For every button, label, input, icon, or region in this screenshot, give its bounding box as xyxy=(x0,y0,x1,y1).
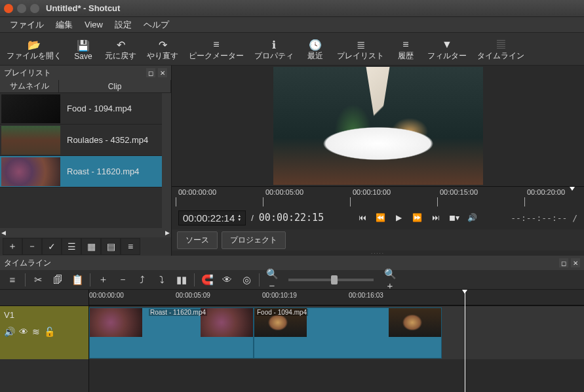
playlist-iconview-button[interactable]: ▤ xyxy=(101,238,121,255)
player-playhead-icon[interactable] xyxy=(570,187,575,192)
duration-slash: / xyxy=(251,213,254,223)
open-file-button[interactable]: 📂ファイルを開く xyxy=(1,37,67,63)
undo-button-icon: ↶ xyxy=(117,39,125,50)
recent-button[interactable]: 🕓最近 xyxy=(299,37,332,63)
window-close-button[interactable] xyxy=(4,4,13,13)
cut-button[interactable]: ✂ xyxy=(29,272,47,288)
redo-button-label: やり直す xyxy=(147,50,178,62)
playlist-row[interactable]: Food - 1094.mp4 xyxy=(0,93,171,125)
zoom-out-button[interactable]: 🔍− xyxy=(263,272,281,288)
scroll-left-icon[interactable]: ◀ xyxy=(1,229,6,236)
playlist-tilesview-button[interactable]: ▦ xyxy=(81,238,101,255)
playlist-listview-button[interactable]: ☰ xyxy=(62,238,81,255)
remove-button[interactable]: － xyxy=(114,272,131,288)
splitter-grip-icon[interactable]: ∙∙∙∙∙ xyxy=(172,250,584,256)
menu-settings[interactable]: 設定 xyxy=(109,19,138,31)
timeline-clip[interactable]: Roast - 11620.mp4 xyxy=(89,307,254,359)
playlist-add-button[interactable]: ＋ xyxy=(3,238,22,255)
menu-edit[interactable]: 編集 xyxy=(50,19,79,31)
playlist-row[interactable]: Roulades - 4352.mp4 xyxy=(0,125,171,156)
project-tab[interactable]: プロジェクト xyxy=(222,231,286,249)
timeline-content[interactable]: 00:00:00:0000:00:05:0900:00:10:1900:00:1… xyxy=(89,290,584,392)
playlist-clip-name: Roulades - 4352.mp4 xyxy=(62,135,153,145)
scroll-right-icon[interactable]: ▶ xyxy=(165,229,170,236)
zoom-slider-thumb[interactable] xyxy=(331,275,338,284)
properties-button[interactable]: ℹプロパティ xyxy=(249,37,299,63)
playlist-hscrollbar[interactable]: ◀ ▶ xyxy=(0,228,171,237)
track-lock-icon[interactable]: 🔓 xyxy=(44,326,55,337)
timeline-header: タイムライン ◻ ✕ xyxy=(0,256,584,270)
timeline-ruler[interactable]: 00:00:00:0000:00:05:0900:00:10:1900:00:1… xyxy=(89,290,584,305)
track-composite-icon[interactable]: ≋ xyxy=(32,326,40,337)
track-v1-header[interactable]: V1 🔊 👁 ≋ 🔓 xyxy=(0,305,88,359)
overwrite-button[interactable]: ⤵ xyxy=(153,272,170,288)
redo-button[interactable]: ↷やり直す xyxy=(142,37,184,63)
playlist-remove-button[interactable]: － xyxy=(22,238,42,255)
zoom-in-button[interactable]: 🔍+ xyxy=(381,272,399,288)
zoom-toggle-button[interactable]: ◼▾ xyxy=(446,210,462,225)
menu-view[interactable]: View xyxy=(79,20,109,29)
clip-label: Food - 1094.mp4 xyxy=(256,309,308,316)
split-button[interactable]: ▮▮ xyxy=(173,272,190,288)
window-maximize-button[interactable] xyxy=(30,4,39,13)
playlist-dock-icon[interactable]: ◻ xyxy=(146,68,155,77)
properties-button-label: プロパティ xyxy=(254,50,294,62)
timeline-menu-button[interactable]: ≡ xyxy=(4,272,21,288)
playlist-update-button[interactable]: ✓ xyxy=(42,238,62,255)
paste-button[interactable]: 📋 xyxy=(69,272,86,288)
track-hide-icon[interactable]: 👁 xyxy=(19,326,28,337)
volume-button[interactable]: 🔊 xyxy=(465,210,480,225)
recent-button-icon: 🕓 xyxy=(309,39,322,50)
timeline-dock-icon[interactable]: ◻ xyxy=(559,258,568,267)
append-button[interactable]: ＋ xyxy=(94,272,111,288)
ripple-button[interactable]: ◎ xyxy=(238,272,255,288)
playlist-vscrollbar[interactable] xyxy=(162,93,171,228)
tc-down-icon[interactable]: ▼ xyxy=(237,218,241,222)
playlist-button-label: プレイリスト xyxy=(337,50,384,62)
playlist-clip-name: Food - 1094.mp4 xyxy=(62,104,137,113)
menu-file[interactable]: ファイル xyxy=(4,19,50,31)
play-button[interactable]: ▶ xyxy=(391,210,407,225)
timeline-playhead[interactable] xyxy=(465,290,465,392)
current-timecode-input[interactable]: 00:00:22:14 ▲▼ xyxy=(178,210,246,225)
window-title: Untitled* - Shotcut xyxy=(46,3,120,13)
undo-button[interactable]: ↶元に戻す xyxy=(100,37,142,63)
peakmeter-button-icon: ≡ xyxy=(213,39,219,50)
ruler-tick: 00:00:10:00 xyxy=(353,188,391,196)
snap-button[interactable]: 🧲 xyxy=(199,272,216,288)
source-tab[interactable]: ソース xyxy=(177,231,218,249)
fastforward-button[interactable]: ⏩ xyxy=(410,210,425,225)
timeline-button[interactable]: 𝄚タイムライン xyxy=(472,37,530,63)
copy-button[interactable]: 🗐 xyxy=(49,272,66,288)
timeline-button-label: タイムライン xyxy=(477,50,524,62)
column-clip-header[interactable]: Clip xyxy=(59,80,171,92)
timeline-close-icon[interactable]: ✕ xyxy=(571,258,580,267)
playlist-row[interactable]: Roast - 11620.mp4 xyxy=(0,156,171,187)
playlist-close-icon[interactable]: ✕ xyxy=(158,68,167,77)
skip-previous-button[interactable]: ⏮ xyxy=(355,210,370,225)
lift-button[interactable]: ⤴ xyxy=(134,272,151,288)
peakmeter-button[interactable]: ≡ピークメーター xyxy=(184,37,249,63)
track-mute-icon[interactable]: 🔊 xyxy=(4,326,15,337)
skip-next-button[interactable]: ⏭ xyxy=(428,210,444,225)
open-file-button-icon: 📂 xyxy=(28,39,41,50)
timeline-clip[interactable]: Food - 1094.mp4 xyxy=(254,307,442,359)
save-button[interactable]: 💾Save xyxy=(67,39,100,62)
playlist-menu-button[interactable]: ≡ xyxy=(121,238,140,255)
track-v1-lane[interactable]: Roast - 11620.mp4 Food - 1094.mp4 xyxy=(89,305,584,359)
history-button[interactable]: ≡履歴 xyxy=(389,37,422,63)
filters-button[interactable]: ▼フィルター xyxy=(422,37,472,63)
player-ruler[interactable]: 00:00:00:0000:00:05:0000:00:10:0000:00:1… xyxy=(172,186,584,206)
window-minimize-button[interactable] xyxy=(17,4,26,13)
rewind-button[interactable]: ⏪ xyxy=(373,210,389,225)
timeline-tick: 00:00:00:00 xyxy=(89,292,124,299)
playlist-button[interactable]: ≣プレイリスト xyxy=(332,37,389,63)
column-thumb-header[interactable]: サムネイル xyxy=(0,80,59,92)
preview-viewport[interactable] xyxy=(172,66,584,186)
zoom-slider[interactable] xyxy=(288,279,374,281)
scrub-button[interactable]: 👁 xyxy=(218,272,235,288)
playlist-panel: プレイリスト ◻ ✕ サムネイル Clip Food - 1094.mp4Rou… xyxy=(0,66,172,256)
properties-button-icon: ℹ xyxy=(272,39,276,50)
menu-help[interactable]: ヘルプ xyxy=(138,19,175,31)
timeline-button-icon: 𝄚 xyxy=(497,39,505,50)
